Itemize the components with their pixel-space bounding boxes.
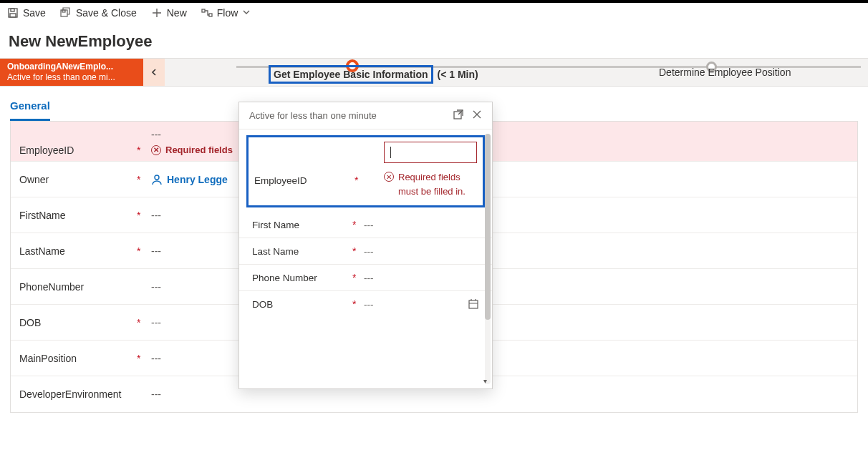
required-marker: * [137, 174, 144, 185]
close-icon[interactable] [472, 109, 482, 122]
flyout-employeeid-input[interactable] [384, 142, 477, 163]
flyout-lastname-value[interactable]: --- [360, 246, 479, 257]
flyout-firstname-label: First Name [252, 220, 352, 230]
svg-rect-1 [11, 9, 14, 11]
flow-button[interactable]: Flow [201, 7, 251, 19]
required-marker: * [352, 219, 360, 230]
devenvironment-label: DeveloperEnvironment [19, 388, 134, 401]
chevron-down-icon [242, 7, 251, 19]
required-marker: * [137, 317, 144, 328]
save-close-button[interactable]: Save & Close [60, 7, 137, 19]
error-icon: ✕ [151, 145, 161, 155]
save-close-label: Save & Close [76, 7, 137, 19]
save-close-icon [60, 7, 72, 19]
required-marker: * [137, 245, 144, 257]
flyout-lastname-label: Last Name [252, 246, 352, 257]
owner-label: Owner [19, 174, 134, 185]
scroll-down-icon[interactable]: ▾ [483, 377, 492, 386]
command-bar: Save Save & Close New Flow [0, 3, 868, 24]
bpf-process-badge[interactable]: OnboardingANewEmplo... Active for less t… [0, 59, 143, 86]
flyout-dob-label: DOB [252, 299, 352, 310]
bpf-stage2-label[interactable]: Determine Employee Position [659, 67, 791, 78]
flyout-lastname-row[interactable]: Last Name * --- [239, 238, 492, 265]
flyout-firstname-row[interactable]: First Name * --- [239, 212, 492, 238]
svg-rect-3 [61, 10, 67, 16]
employeeid-error-text: Required fields [165, 145, 233, 155]
text-cursor [390, 147, 391, 158]
popout-icon[interactable] [453, 109, 463, 122]
flyout-dob-value[interactable]: --- [360, 298, 479, 310]
flyout-employeeid-highlight: EmployeeID * ✕ Required fields must be f… [246, 135, 485, 207]
required-marker: * [352, 272, 360, 283]
save-label: Save [23, 7, 46, 19]
flyout-title: Active for less than one minute [249, 110, 377, 121]
save-icon [7, 7, 19, 19]
flyout-scrollbar[interactable]: ▾ [485, 134, 491, 384]
new-button[interactable]: New [151, 7, 187, 19]
svg-rect-4 [62, 10, 65, 12]
error-icon: ✕ [384, 172, 394, 182]
flyout-dob-row[interactable]: DOB * --- [239, 291, 492, 317]
bpf-stage1-duration: (< 1 Min) [438, 69, 478, 80]
calendar-icon[interactable] [468, 298, 479, 310]
owner-value-link[interactable]: Henry Legge [151, 174, 228, 185]
flyout-dob-text: --- [364, 299, 374, 310]
bpf-header: OnboardingANewEmplo... Active for less t… [0, 58, 868, 87]
scrollbar-thumb[interactable] [485, 134, 491, 320]
mainposition-label: MainPosition [19, 353, 134, 364]
new-label: New [167, 7, 187, 19]
bpf-process-status: Active for less than one mi... [7, 72, 136, 83]
flyout-phone-label: Phone Number [252, 273, 352, 283]
dob-label: DOB [19, 317, 134, 328]
employeeid-error: ✕ Required fields [151, 143, 233, 157]
flow-icon [201, 7, 213, 19]
save-button[interactable]: Save [7, 7, 46, 19]
svg-rect-2 [10, 14, 16, 17]
svg-rect-5 [202, 9, 205, 12]
bpf-collapse-button[interactable] [143, 59, 165, 86]
flyout-phone-row[interactable]: Phone Number * --- [239, 265, 492, 291]
svg-rect-8 [469, 300, 478, 308]
bpf-process-name: OnboardingANewEmplo... [7, 62, 136, 72]
flyout-firstname-value[interactable]: --- [360, 220, 479, 230]
plus-icon [151, 7, 163, 19]
flyout-error-text: Required fields must be filled in. [398, 170, 477, 198]
devenvironment-value[interactable]: --- [144, 388, 849, 400]
required-marker: * [352, 245, 360, 257]
svg-point-9 [155, 175, 159, 180]
required-marker: * [137, 353, 144, 364]
flyout-phone-value[interactable]: --- [360, 273, 479, 283]
person-icon [151, 174, 163, 185]
bpf-stage1-label: Get Employee Basic Information [269, 65, 433, 84]
required-marker: * [137, 210, 144, 221]
stage-flyout: Active for less than one minute ▾ Employ… [238, 102, 493, 389]
flyout-header: Active for less than one minute [239, 102, 492, 129]
flyout-required-error: ✕ Required fields must be filled in. [384, 170, 477, 198]
lastname-label: LastName [19, 245, 134, 257]
employeeid-label: EmployeeID [19, 145, 134, 156]
flyout-employeeid-label: EmployeeID [254, 175, 355, 186]
svg-rect-6 [209, 14, 212, 16]
required-marker: * [352, 298, 360, 310]
owner-name: Henry Legge [167, 174, 228, 185]
required-marker: * [355, 175, 362, 186]
tab-general[interactable]: General [10, 95, 50, 121]
required-marker: * [137, 145, 144, 156]
firstname-label: FirstName [19, 210, 134, 221]
page-title: New NewEmployee [0, 24, 868, 58]
flow-label: Flow [217, 7, 238, 19]
bpf-stage1-label-group[interactable]: Get Employee Basic Information (< 1 Min) [269, 65, 478, 84]
phone-label: PhoneNumber [19, 281, 134, 293]
